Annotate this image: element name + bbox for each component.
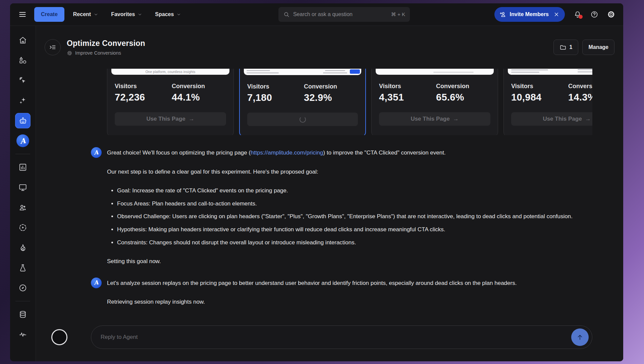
amplitude-logo-icon: A xyxy=(93,147,99,158)
page-option-card[interactable]: Visitors Conversion 10,984 14.3% Use Thi… xyxy=(503,69,592,135)
amplitude-logo-icon: A xyxy=(93,278,99,288)
pricing-page-link[interactable]: https://amplitude.com/pricing xyxy=(251,149,323,156)
search-icon xyxy=(283,11,290,18)
reply-input[interactable] xyxy=(101,334,571,341)
page-thumbnail xyxy=(243,69,362,75)
left-sidebar: A xyxy=(10,26,36,361)
search-input[interactable]: Search or ask a question ⌘ + K xyxy=(278,7,410,22)
arrow-right-icon: → xyxy=(453,116,459,122)
send-button[interactable] xyxy=(571,328,589,346)
visitors-label: Visitors xyxy=(511,83,568,90)
sidebar-item-web-experiment[interactable] xyxy=(18,284,27,292)
search-shortcut: ⌘ + K xyxy=(391,11,405,17)
sidebar-item-ai[interactable] xyxy=(18,96,27,105)
sidebar-item-amplitude[interactable]: A xyxy=(16,134,29,147)
collapse-panel-button[interactable] xyxy=(45,39,61,55)
visitors-label: Visitors xyxy=(379,83,436,90)
bullet-focus-areas: Focus Areas: Plan headers and call-to-ac… xyxy=(117,199,592,209)
conversion-label: Conversion xyxy=(568,83,592,90)
sidebar-divider xyxy=(15,154,30,154)
settings-button[interactable] xyxy=(607,10,615,18)
sidebar-item-users[interactable] xyxy=(18,203,27,212)
visitors-label: Visitors xyxy=(115,83,172,90)
hamburger-icon xyxy=(18,10,27,19)
conversion-label: Conversion xyxy=(172,83,226,90)
sidebar-item-home[interactable] xyxy=(18,36,27,45)
recent-menu[interactable]: Recent xyxy=(73,11,98,17)
sidebar-item-objects[interactable] xyxy=(18,56,27,65)
thumbnail-caption: One platform, countless insights xyxy=(111,70,229,74)
hamburger-menu-button[interactable] xyxy=(18,10,27,19)
notification-dot xyxy=(579,15,583,19)
sidebar-item-data[interactable] xyxy=(18,310,27,319)
bullet-constraints: Constraints: Changes should not disrupt … xyxy=(117,238,592,248)
arrow-right-icon: → xyxy=(585,116,591,122)
chevron-down-icon xyxy=(94,12,98,17)
visitors-label: Visitors xyxy=(247,83,304,90)
invite-members-button[interactable]: Invite Members xyxy=(494,7,565,22)
visitors-value: 10,984 xyxy=(511,92,568,103)
bullet-hypothesis: Hypothesis: Making plan headers interact… xyxy=(117,225,592,235)
page-thumbnail xyxy=(375,69,494,75)
workspace-count-button[interactable]: 1 xyxy=(553,40,579,55)
reply-box xyxy=(91,325,592,349)
indent-lines-icon xyxy=(49,43,57,51)
agent-avatar: A xyxy=(91,147,102,158)
visitors-value: 7,180 xyxy=(247,92,304,103)
sidebar-item-heatmap[interactable] xyxy=(18,243,27,252)
create-button[interactable]: Create xyxy=(34,7,64,22)
users-icon xyxy=(18,203,27,212)
page-option-card[interactable]: Visitors Conversion 4,351 65.6% Use This… xyxy=(371,69,498,135)
page-suggestions-row: One platform, countless insights Visitor… xyxy=(107,69,592,135)
goal-bullet-list: Goal: Increase the rate of "CTA Clicked"… xyxy=(107,186,592,248)
monitor-icon xyxy=(18,183,27,192)
arrow-up-icon xyxy=(576,333,584,341)
sidebar-item-charts[interactable] xyxy=(18,163,27,172)
sidebar-item-activity[interactable] xyxy=(18,330,27,339)
play-circle-icon xyxy=(18,223,27,232)
manage-button[interactable]: Manage xyxy=(582,40,614,55)
page-thumbnail: One platform, countless insights xyxy=(111,69,230,75)
use-this-page-button[interactable]: Use This Page → xyxy=(511,112,592,126)
agent-message: A Great choice! We'll focus on optimizin… xyxy=(107,148,592,267)
invite-dismiss-button[interactable] xyxy=(553,11,559,17)
message-status-line: Setting this goal now. xyxy=(107,256,592,267)
page-option-card-selected[interactable]: Visitors Conversion 7,180 32.9% xyxy=(239,69,366,135)
page-header: Optimize Conversion Improve Conversions … xyxy=(36,26,623,69)
flame-icon xyxy=(18,243,27,252)
page-option-card[interactable]: One platform, countless insights Visitor… xyxy=(107,69,234,135)
agent-stop-button[interactable] xyxy=(51,329,67,345)
sidebar-item-dashboards[interactable] xyxy=(18,183,27,192)
sidebar-item-autocapture[interactable] xyxy=(18,76,27,85)
pulse-icon xyxy=(18,330,27,339)
gear-icon xyxy=(607,10,615,18)
folder-icon xyxy=(559,44,567,51)
bullet-goal: Goal: Increase the rate of "CTA Clicked"… xyxy=(117,186,592,196)
conversion-label: Conversion xyxy=(436,83,490,90)
sidebar-item-session-replay[interactable] xyxy=(18,223,27,232)
bar-chart-icon xyxy=(18,163,27,172)
sidebar-divider xyxy=(15,301,30,301)
conversion-value: 32.9% xyxy=(304,92,358,103)
arrow-right-icon: → xyxy=(189,116,195,122)
loading-spinner-icon xyxy=(300,116,306,123)
bullet-observed-challenge: Observed Challenge: Users are clicking o… xyxy=(117,211,592,222)
compass-icon xyxy=(18,284,27,292)
main-panel: Optimize Conversion Improve Conversions … xyxy=(36,26,623,361)
sidebar-item-agent[interactable] xyxy=(15,113,31,128)
close-icon xyxy=(553,11,559,17)
agent-avatar: A xyxy=(91,278,102,288)
help-button[interactable] xyxy=(590,10,598,18)
top-nav: Create Recent Favorites Spaces Search or… xyxy=(10,3,623,26)
visitors-value: 72,236 xyxy=(115,92,172,103)
favorites-menu[interactable]: Favorites xyxy=(111,11,142,17)
use-this-page-button[interactable]: Use This Page → xyxy=(379,112,490,126)
spaces-menu[interactable]: Spaces xyxy=(155,11,181,17)
use-this-page-button[interactable]: Use This Page → xyxy=(115,112,226,126)
sidebar-item-experiment[interactable] xyxy=(18,263,27,272)
cursor-click-icon xyxy=(18,76,27,85)
conversion-label: Conversion xyxy=(304,83,358,90)
notifications-button[interactable] xyxy=(574,10,582,18)
flask-icon xyxy=(18,263,27,272)
chat-scroll-area[interactable]: One platform, countless insights Visitor… xyxy=(36,69,623,322)
